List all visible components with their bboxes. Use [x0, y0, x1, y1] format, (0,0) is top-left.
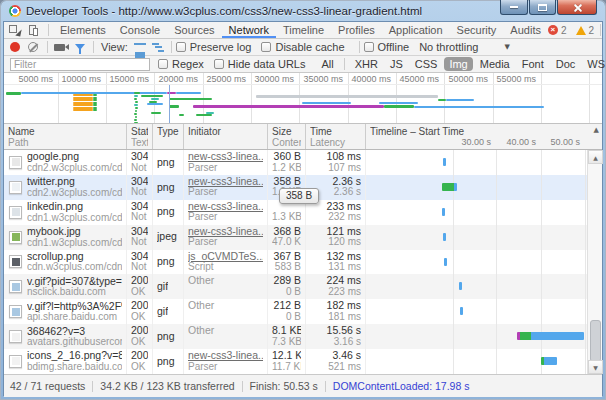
file-thumbnail-icon — [9, 156, 22, 169]
column-header-type[interactable]: Type — [153, 124, 184, 149]
type-cell: png — [153, 150, 184, 175]
filter-input[interactable] — [10, 58, 150, 71]
filter-type-xhr[interactable]: XHR — [350, 57, 383, 71]
offline-checkbox[interactable]: Offline — [364, 41, 410, 53]
table-row[interactable]: google.pngcdn2.w3cplus.com/cdn/farf... 3… — [4, 150, 587, 175]
column-header-time[interactable]: TimeLatency — [306, 124, 366, 149]
overview-bar — [134, 98, 137, 100]
table-row[interactable]: mybook.jpgcdn1.w3cplus.com/cdn/farf... 3… — [4, 225, 587, 250]
scrollbar-thumb[interactable] — [590, 320, 601, 362]
waterfall-bar — [443, 158, 446, 166]
tab-network[interactable]: Network — [222, 22, 276, 38]
tab-audits[interactable]: Audits — [503, 22, 548, 38]
column-header-initiator[interactable]: Initiator — [184, 124, 268, 149]
filter-type-all[interactable]: All — [316, 57, 338, 71]
ruler-tick-label: 20000 ms — [158, 74, 198, 84]
disable-cache-checkbox[interactable]: Disable cache — [261, 41, 344, 53]
time-cell: 121 ms120 ms — [306, 225, 366, 250]
inspect-element-icon[interactable] — [7, 24, 21, 36]
waterfall-bar — [517, 332, 584, 340]
list-view-icon[interactable] — [134, 43, 146, 52]
overview-bar — [384, 105, 414, 108]
filter-type-font[interactable]: Font — [517, 57, 549, 71]
ruler-tick-label: 40000 ms — [351, 74, 391, 84]
initiator-link[interactable]: new-css3-linea... — [188, 226, 263, 238]
filter-type-doc[interactable]: Doc — [551, 57, 581, 71]
console-warning-icon[interactable] — [576, 26, 586, 35]
ruler-tick-label: 5000 ms — [18, 74, 53, 84]
timeline-tick-label: 50.00 s — [550, 137, 580, 147]
timeline-cell — [366, 274, 587, 299]
status-cell: 304Not Mo... — [127, 200, 153, 225]
initiator-cell: js_oCVMDTeS...Script — [184, 250, 268, 275]
initiator-link[interactable]: new-css3-linea... — [188, 176, 263, 188]
initiator-link[interactable]: new-css3-linea... — [188, 201, 263, 213]
filter-type-css[interactable]: CSS — [410, 57, 443, 71]
type-cell: gif — [153, 299, 184, 324]
type-cell: jpeg — [153, 225, 184, 250]
column-header-size[interactable]: SizeContent — [268, 124, 306, 149]
filter-type-img[interactable]: Img — [444, 57, 472, 71]
table-row[interactable]: v.gif?l=http%3A%2F%2Fw...api.share.baidu… — [4, 299, 587, 324]
name-cell: v.gif?pid=307&type=3071...nsclick.baidu.… — [4, 274, 127, 299]
table-row[interactable]: v.gif?pid=307&type=3071...nsclick.baidu.… — [4, 274, 587, 299]
tab-console[interactable]: Console — [113, 22, 167, 38]
timeline-cell — [366, 324, 587, 349]
close-icon — [573, 3, 582, 12]
console-error-icon[interactable]: × — [548, 25, 558, 35]
filter-type-ws[interactable]: WS — [582, 57, 606, 71]
table-row[interactable]: scrollup.pngcdn.w3cplus.com/cdn/farfu...… — [4, 250, 587, 275]
table-row[interactable]: 368462?v=3avatars.githubusercontent.... … — [4, 324, 587, 349]
tab-sources[interactable]: Sources — [167, 22, 221, 38]
column-header-status[interactable]: StatusText — [127, 124, 153, 149]
clear-icon[interactable] — [28, 42, 38, 52]
divider — [93, 41, 94, 53]
waterfall-view-icon[interactable] — [152, 43, 164, 52]
regex-checkbox[interactable]: Regex — [158, 58, 204, 70]
scroll-down-icon[interactable]: ▼ — [588, 360, 603, 374]
file-thumbnail-icon — [9, 206, 22, 219]
overview-bar — [256, 95, 438, 98]
file-thumbnail-icon — [9, 255, 22, 268]
close-button[interactable] — [557, 0, 597, 15]
hide-data-urls-checkbox[interactable]: Hide data URLs — [214, 58, 306, 70]
finish-time: Finish: 50.53 s — [250, 380, 318, 392]
initiator-link[interactable]: new-css3-linea... — [188, 151, 263, 163]
initiator-cell: new-css3-linea...Parser — [184, 200, 268, 225]
minimize-button[interactable] — [500, 0, 528, 15]
transferred-size: 34.2 KB / 123 KB transferred — [100, 380, 234, 392]
type-cell: png — [153, 250, 184, 275]
window-title: Developer Tools - http://www.w3cplus.com… — [26, 5, 422, 17]
maximize-button[interactable] — [529, 0, 556, 15]
tab-application[interactable]: Application — [382, 22, 450, 38]
waterfall-bar — [444, 258, 447, 266]
overview-bar — [169, 98, 212, 100]
waterfall-bar — [541, 357, 557, 365]
scroll-up-icon[interactable]: ▲ — [588, 150, 603, 164]
tab-profiles[interactable]: Profiles — [331, 22, 382, 38]
overview-bar — [134, 104, 138, 106]
name-cell: scrollup.pngcdn.w3cplus.com/cdn/farfu... — [4, 250, 127, 275]
initiator-link[interactable]: js_oCVMDTeS... — [188, 251, 263, 263]
column-header-name[interactable]: NamePath — [4, 124, 127, 149]
initiator-link[interactable]: new-css3-linea... — [188, 350, 263, 362]
tab-elements[interactable]: Elements — [53, 22, 113, 38]
filter-type-js[interactable]: JS — [385, 57, 408, 71]
preserve-log-checkbox[interactable]: Preserve log — [176, 41, 252, 53]
screenshot-camera-icon[interactable] — [54, 44, 65, 51]
size-cell: 367 B583 B — [268, 250, 306, 275]
table-row[interactable]: icons_2_16.png?v=8150896...bdimg.share.b… — [4, 349, 587, 374]
overview-bar — [379, 102, 418, 104]
column-header-timeline[interactable]: Timeline – Start Time ▲ 30.00 s40.00 s50… — [366, 124, 602, 149]
device-toolbar-icon[interactable] — [27, 24, 41, 36]
divider — [242, 381, 243, 392]
record-button[interactable] — [10, 42, 20, 52]
vertical-scrollbar[interactable]: ▲ ▼ — [587, 150, 602, 374]
network-overview[interactable]: 5000 ms10000 ms15000 ms20000 ms25000 ms3… — [4, 73, 602, 124]
throttling-select[interactable]: No throttling — [419, 41, 478, 53]
window-titlebar[interactable]: Developer Tools - http://www.w3cplus.com… — [3, 0, 603, 21]
filter-type-media[interactable]: Media — [475, 57, 515, 71]
tab-timeline[interactable]: Timeline — [276, 22, 331, 38]
filter-funnel-icon[interactable] — [75, 44, 85, 50]
tab-security[interactable]: Security — [450, 22, 504, 38]
